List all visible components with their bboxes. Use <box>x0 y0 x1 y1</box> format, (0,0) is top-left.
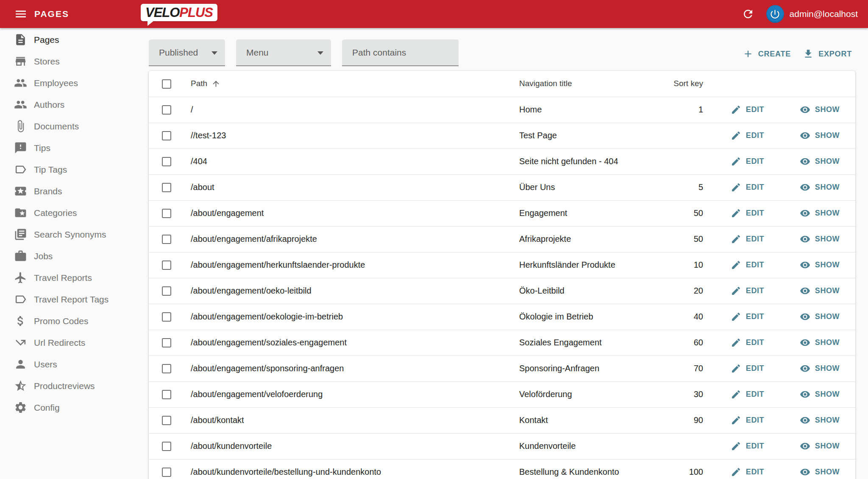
row-checkbox[interactable] <box>162 442 171 451</box>
label-outline-icon <box>14 163 27 176</box>
sidebar-item-categories[interactable]: Categories <box>0 202 147 224</box>
sidebar-item-search-synonyms[interactable]: Search Synonyms <box>0 224 147 245</box>
row-checkbox[interactable] <box>162 338 171 347</box>
sidebar-item-productreviews[interactable]: Productreviews <box>0 375 147 397</box>
sidebar-item-documents[interactable]: Documents <box>0 115 147 137</box>
row-checkbox[interactable] <box>162 286 171 296</box>
row-checkbox[interactable] <box>162 131 171 140</box>
row-checkbox[interactable] <box>162 157 171 166</box>
sidebar-item-stores[interactable]: Stores <box>0 50 147 72</box>
column-header-path[interactable]: Path <box>191 79 220 88</box>
sidebar-item-promo-codes[interactable]: Promo Codes <box>0 310 147 332</box>
row-checkbox[interactable] <box>162 261 171 270</box>
sidebar-item-authors[interactable]: Authors <box>0 94 147 115</box>
edit-button[interactable]: EDIT <box>728 336 767 350</box>
column-header-sort-key[interactable]: Sort key <box>664 71 711 97</box>
sidebar-item-pages[interactable]: Pages <box>0 29 147 50</box>
table-row: //test-123 Test Page EDIT SHOW <box>149 123 855 148</box>
user-email: admin@localhost <box>790 9 858 19</box>
row-checkbox[interactable] <box>162 183 171 192</box>
navigation-title-cell: Soziales Engagement <box>513 330 664 356</box>
show-button[interactable]: SHOW <box>797 232 842 246</box>
navigation-title-cell: Seite nicht gefunden - 404 <box>513 148 664 174</box>
show-button[interactable]: SHOW <box>797 336 842 350</box>
sidebar-item-url-redirects[interactable]: Url Redirects <box>0 332 147 353</box>
sidebar-item-travel-reports[interactable]: Travel Reports <box>0 267 147 289</box>
show-button[interactable]: SHOW <box>797 413 842 427</box>
row-checkbox[interactable] <box>162 468 171 477</box>
show-button[interactable]: SHOW <box>797 180 842 194</box>
show-button[interactable]: SHOW <box>797 258 842 272</box>
pencil-icon <box>731 156 741 167</box>
sidebar-item-employees[interactable]: Employees <box>0 72 147 94</box>
sidebar-item-tips[interactable]: Tips <box>0 137 147 159</box>
edit-button[interactable]: EDIT <box>728 154 767 168</box>
sidebar-item-label: Url Redirects <box>34 338 85 348</box>
sidebar-item-travel-report-tags[interactable]: Travel Report Tags <box>0 289 147 310</box>
path-cell: /about/kontakt <box>185 407 513 433</box>
edit-button[interactable]: EDIT <box>728 103 767 117</box>
user-menu-button[interactable]: admin@localhost <box>766 5 858 23</box>
sidebar-item-brands[interactable]: Brands <box>0 180 147 202</box>
path-contains-filter <box>342 39 459 66</box>
sort-key-cell: 40 <box>664 304 711 330</box>
sort-key-cell: 20 <box>664 278 711 304</box>
edit-button[interactable]: EDIT <box>728 465 767 479</box>
sort-ascending-arrow-icon <box>211 79 220 88</box>
pencil-icon <box>731 363 741 374</box>
edit-button[interactable]: EDIT <box>728 413 767 427</box>
sidebar-item-config[interactable]: Config <box>0 397 147 418</box>
show-button[interactable]: SHOW <box>797 310 842 324</box>
pencil-icon <box>731 208 741 218</box>
sidebar-item-label: Tips <box>34 143 50 153</box>
row-checkbox[interactable] <box>162 390 171 399</box>
edit-button[interactable]: EDIT <box>728 258 767 272</box>
edit-button[interactable]: EDIT <box>728 129 767 143</box>
show-button-label: SHOW <box>815 183 840 192</box>
show-button[interactable]: SHOW <box>797 154 842 168</box>
edit-button[interactable]: EDIT <box>728 180 767 194</box>
export-button[interactable]: EXPORT <box>799 46 855 62</box>
edit-button[interactable]: EDIT <box>728 387 767 401</box>
published-filter-select[interactable]: Published <box>149 39 225 66</box>
edit-button[interactable]: EDIT <box>728 310 767 324</box>
show-button[interactable]: SHOW <box>797 206 842 220</box>
create-button[interactable]: CREATE <box>739 46 794 62</box>
show-button[interactable]: SHOW <box>797 361 842 375</box>
show-button[interactable]: SHOW <box>797 465 842 479</box>
row-checkbox[interactable] <box>162 364 171 373</box>
sidebar-item-jobs[interactable]: Jobs <box>0 245 147 267</box>
sidebar-item-tip-tags[interactable]: Tip Tags <box>0 159 147 180</box>
show-button[interactable]: SHOW <box>797 387 842 401</box>
navigation-title-cell: Engagement <box>513 200 664 226</box>
edit-button[interactable]: EDIT <box>728 361 767 375</box>
sort-key-cell <box>664 433 711 459</box>
edit-button[interactable]: EDIT <box>728 439 767 453</box>
menu-toggle-button[interactable] <box>14 7 28 21</box>
sidebar-item-users[interactable]: Users <box>0 353 147 375</box>
select-all-checkbox[interactable] <box>162 79 171 89</box>
column-header-show <box>784 71 855 97</box>
logo-text-velo: VELO <box>145 5 179 20</box>
refresh-button[interactable] <box>742 8 754 20</box>
row-checkbox[interactable] <box>162 416 171 425</box>
show-button[interactable]: SHOW <box>797 284 842 298</box>
sort-key-cell: 1 <box>664 97 711 123</box>
path-contains-input[interactable] <box>352 48 448 58</box>
row-checkbox[interactable] <box>162 235 171 244</box>
edit-button[interactable]: EDIT <box>728 284 767 298</box>
show-button[interactable]: SHOW <box>797 129 842 143</box>
show-button-label: SHOW <box>815 442 840 451</box>
show-button[interactable]: SHOW <box>797 103 842 117</box>
edit-button[interactable]: EDIT <box>728 232 767 246</box>
column-header-navigation-title[interactable]: Navigation title <box>513 71 664 97</box>
row-checkbox[interactable] <box>162 105 171 115</box>
row-checkbox[interactable] <box>162 312 171 322</box>
edit-button[interactable]: EDIT <box>728 206 767 220</box>
row-checkbox[interactable] <box>162 209 171 218</box>
menu-filter-select[interactable]: Menu <box>236 39 331 66</box>
edit-button-label: EDIT <box>746 442 764 451</box>
table-row: /about/engagement/velofoerderung Veloför… <box>149 381 855 407</box>
navigation-title-cell: Öko-Leitbild <box>513 278 664 304</box>
show-button[interactable]: SHOW <box>797 439 842 453</box>
